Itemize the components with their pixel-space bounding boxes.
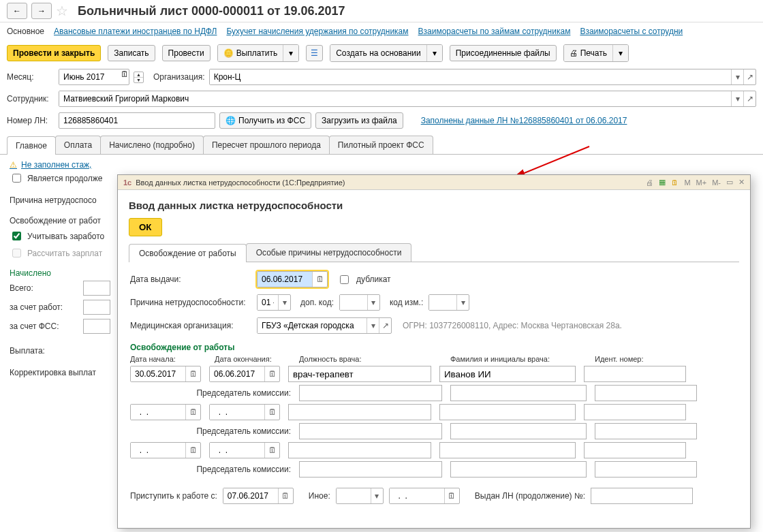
calendar-icon[interactable]: 🗓 — [278, 488, 293, 503]
row2-end-date[interactable]: 🗓 — [209, 404, 280, 420]
tab-payment[interactable]: Оплата — [55, 136, 101, 154]
other-date-field[interactable]: 🗓 — [389, 488, 460, 504]
calendar-icon[interactable]: 🗓 — [121, 69, 129, 84]
committee3-role[interactable] — [299, 461, 442, 478]
resume-date-input[interactable] — [223, 488, 278, 503]
row2-id[interactable] — [584, 404, 686, 420]
dropdown-icon[interactable]: ▾ — [367, 318, 379, 333]
month-input[interactable] — [59, 69, 121, 84]
calendar-icon[interactable]: 🗓 — [264, 405, 279, 420]
dropdown-icon[interactable]: ▾ — [371, 488, 383, 503]
code-change-input[interactable] — [429, 295, 456, 310]
resume-date-field[interactable]: 🗓 — [223, 488, 294, 504]
consider-checkbox[interactable] — [12, 232, 21, 240]
med-org-field[interactable]: ▾ ↗ — [257, 317, 392, 334]
month-up[interactable]: ▲ — [134, 72, 143, 77]
issue-date-input[interactable] — [258, 272, 312, 287]
org-field[interactable]: ▾ ↗ — [209, 69, 756, 85]
row3-end-date[interactable]: 🗓 — [209, 442, 280, 458]
total-input[interactable] — [83, 281, 110, 296]
committee2-name[interactable] — [450, 423, 587, 439]
month-field[interactable]: 🗓 — [59, 69, 129, 85]
employee-input[interactable] — [59, 91, 731, 106]
ok-button[interactable]: ОК — [129, 218, 162, 236]
mem-mplus[interactable]: M+ — [696, 178, 707, 187]
dialog-tab-special[interactable]: Особые причины нетрудоспособности — [246, 243, 412, 262]
is-continuation-checkbox[interactable] — [12, 174, 21, 183]
row3-start-date[interactable]: 🗓 — [130, 442, 201, 458]
post-button[interactable]: Провести — [162, 45, 211, 61]
committee2-id[interactable] — [595, 423, 697, 439]
by-employer-input[interactable] — [83, 300, 110, 315]
get-from-fss-button[interactable]: 🌐 Получить из ФСС — [219, 112, 311, 129]
code-change-field[interactable]: ▾ — [429, 294, 469, 311]
open-icon[interactable]: ↗ — [379, 318, 391, 333]
committee1-id[interactable] — [595, 385, 697, 401]
section-main[interactable]: Основное — [7, 27, 44, 36]
post-and-close-button[interactable]: Провести и закрыть — [7, 45, 101, 61]
write-button[interactable]: Записать — [108, 45, 155, 61]
calendar-icon[interactable]: 🗓 — [671, 178, 679, 187]
month-down[interactable]: ▼ — [134, 77, 143, 82]
row1-id[interactable] — [584, 366, 686, 382]
committee1-role[interactable] — [299, 385, 442, 401]
committee2-role[interactable] — [299, 423, 442, 439]
filled-ln-link[interactable]: Заполнены данные ЛН №126885860401 от 06.… — [421, 116, 627, 125]
favorite-star-icon[interactable]: ☆ — [56, 3, 68, 19]
calendar-icon[interactable]: 🗓 — [264, 366, 279, 381]
back-button[interactable]: ← — [7, 3, 27, 19]
pay-button[interactable]: 🪙 Выплатить — [218, 45, 283, 61]
employee-field[interactable]: ▾ ↗ — [59, 91, 756, 107]
dialog-tab-leave[interactable]: Освобождение от работы — [129, 244, 247, 262]
by-fss-input[interactable] — [83, 319, 110, 334]
calendar-icon[interactable]: 🗓 — [444, 488, 459, 503]
list-icon-button[interactable]: ☰ — [306, 45, 323, 61]
org-input[interactable] — [210, 69, 731, 84]
section-link-1[interactable]: Авансовые платежи иностранцев по НДФЛ — [54, 27, 217, 36]
row3-name[interactable] — [439, 442, 576, 458]
print-dropdown[interactable]: ▾ — [612, 45, 628, 61]
grid-icon[interactable]: ▦ — [659, 178, 666, 187]
row1-end-date[interactable]: 🗓 — [209, 366, 280, 382]
open-icon[interactable]: ↗ — [743, 91, 756, 106]
dropdown-icon[interactable]: ▾ — [456, 295, 469, 310]
calendar-icon[interactable]: 🗓 — [185, 405, 200, 420]
calendar-icon[interactable]: 🗓 — [185, 366, 200, 381]
dropdown-icon[interactable]: ▾ — [367, 295, 379, 310]
load-from-file-button[interactable]: Загрузить из файла — [315, 112, 403, 129]
other-field[interactable]: ▾ — [336, 488, 384, 504]
create-from-dropdown[interactable]: ▾ — [426, 45, 442, 61]
row1-start-date[interactable]: 🗓 — [130, 366, 201, 382]
mem-mminus[interactable]: M- — [712, 178, 721, 187]
attached-files-button[interactable]: Присоединенные файлы — [450, 45, 557, 61]
section-link-3[interactable]: Взаиморасчеты по займам сотрудникам — [418, 27, 571, 36]
tab-fss-pilot[interactable]: Пилотный проект ФСС — [329, 136, 433, 154]
open-icon[interactable]: ↗ — [743, 69, 756, 84]
add-code-field[interactable]: ▾ — [339, 294, 380, 311]
calendar-icon[interactable]: 🗓 — [185, 443, 200, 458]
issue-date-field[interactable]: 🗓 — [257, 271, 328, 287]
row2-name[interactable] — [439, 404, 576, 420]
committee1-name[interactable] — [450, 385, 587, 401]
pay-dropdown[interactable]: ▾ — [283, 45, 298, 61]
forward-button[interactable]: → — [31, 3, 52, 19]
minimize-icon[interactable]: ▭ — [726, 178, 733, 187]
row1-role[interactable] — [288, 366, 431, 382]
warning-link[interactable]: ⚠ Не заполнен стаж, — [10, 160, 753, 170]
calendar-icon[interactable]: 🗓 — [264, 443, 279, 458]
committee3-name[interactable] — [450, 461, 587, 478]
mem-m[interactable]: M — [684, 178, 690, 187]
row1-name[interactable] — [439, 366, 576, 382]
reason-code-input[interactable] — [258, 295, 278, 310]
row2-role[interactable] — [288, 404, 431, 420]
row2-start-date[interactable]: 🗓 — [130, 404, 201, 420]
ln-input[interactable] — [59, 112, 215, 129]
section-link-2[interactable]: Бухучет начисления удержания по сотрудни… — [226, 27, 408, 36]
print-button[interactable]: 🖨 Печать — [564, 45, 612, 61]
reason-code-field[interactable]: ▾ — [257, 294, 291, 311]
close-icon[interactable]: ✕ — [738, 178, 745, 187]
med-org-input[interactable] — [258, 318, 367, 333]
month-stepper[interactable]: ▲ ▼ — [134, 72, 144, 83]
calendar-icon[interactable]: 🗓 — [312, 272, 327, 287]
dropdown-icon[interactable]: ▾ — [731, 69, 743, 84]
